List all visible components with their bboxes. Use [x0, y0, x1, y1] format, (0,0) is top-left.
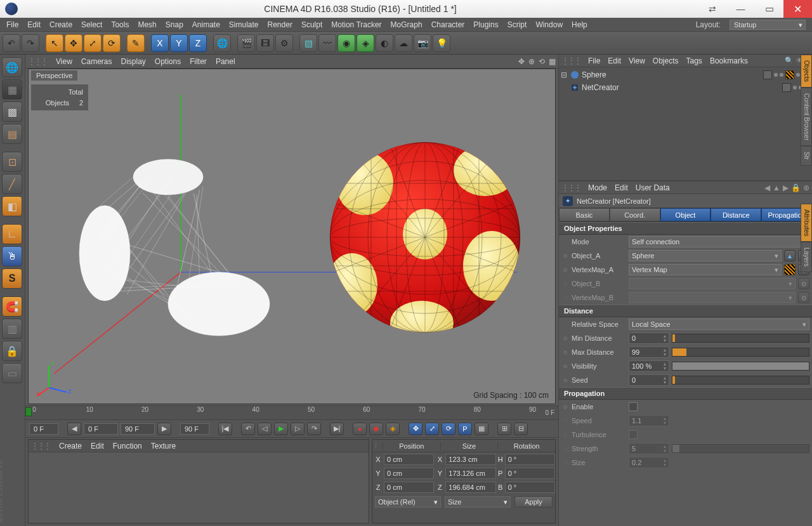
menu-mesh[interactable]: Mesh	[138, 20, 156, 29]
play-button[interactable]: ▶	[274, 423, 288, 435]
menu-render[interactable]: Render	[268, 20, 292, 29]
layout-select[interactable]: Startup	[730, 20, 806, 30]
mat-menu-texture[interactable]: Texture	[151, 442, 176, 450]
visibility-slider[interactable]	[672, 362, 809, 371]
texture-mode[interactable]: ▩	[2, 102, 22, 122]
om-menu-objects[interactable]: Objects	[653, 56, 679, 65]
rotate-tool[interactable]: ⟳	[103, 34, 121, 52]
tab-coord[interactable]: Coord.	[610, 208, 660, 221]
polygons-mode[interactable]: ◧	[2, 196, 22, 216]
menu-sculpt[interactable]: Sculpt	[301, 20, 322, 29]
vis-dot2[interactable]	[780, 73, 783, 77]
tab-object[interactable]: Object	[660, 208, 711, 221]
edge-tab-layers[interactable]: Layers	[801, 242, 812, 272]
points-mode[interactable]: ⊡	[2, 152, 22, 172]
pos-z[interactable]	[384, 482, 434, 493]
search-icon[interactable]: 🔍	[785, 56, 794, 65]
edge-tab-attributes[interactable]: Attributes	[801, 204, 812, 242]
size-x[interactable]	[445, 454, 495, 465]
grip-icon[interactable]: ⋮⋮⋮	[28, 57, 47, 66]
maxdist-slider[interactable]	[672, 348, 809, 357]
menu-edit[interactable]: Edit	[27, 20, 41, 29]
rot-h[interactable]	[505, 454, 555, 465]
grip-icon[interactable]: ⋮⋮	[372, 442, 383, 450]
axis-x-toggle[interactable]: X	[151, 34, 169, 52]
menu-motiontracker[interactable]: Motion Tracker	[331, 20, 381, 29]
vis-dot3[interactable]	[796, 73, 800, 77]
am-menu-userdata[interactable]: User Data	[636, 183, 670, 192]
autokey-button[interactable]: ◉	[369, 423, 383, 435]
mat-menu-edit[interactable]: Edit	[91, 442, 104, 450]
edges-mode[interactable]: ╱	[2, 174, 22, 194]
workplane-tool[interactable]: ▥	[2, 319, 22, 339]
lock-workplane[interactable]: 🔒	[2, 341, 22, 361]
next-key[interactable]: ↷	[307, 423, 321, 435]
vertexmap-a-field[interactable]: Vertex Map	[629, 264, 782, 275]
vertexmap-tag[interactable]	[785, 70, 794, 79]
coord-mode-select[interactable]: Object (Rel)	[375, 496, 441, 508]
planar-workplane[interactable]: ▭	[2, 363, 22, 383]
menu-script[interactable]: Script	[508, 20, 527, 29]
menu-tools[interactable]: Tools	[111, 20, 129, 29]
undo-button[interactable]: ↶	[3, 34, 20, 52]
prev-frame[interactable]: ◁	[258, 423, 272, 435]
timeline-ruler[interactable]: 0 10 20 30 40 50 60 70 80 90	[34, 406, 538, 419]
om-menu-view[interactable]: View	[629, 56, 645, 65]
scale-tool[interactable]: ⤢	[84, 34, 102, 52]
menu-plugins[interactable]: Plugins	[473, 20, 498, 29]
timeline-marker[interactable]	[25, 407, 32, 416]
relspace-select[interactable]: Local Space	[629, 319, 809, 330]
recent-tool[interactable]: ✎	[127, 34, 145, 52]
key-param[interactable]: P	[458, 423, 472, 435]
range-from[interactable]: 0 F	[84, 423, 118, 435]
grip-icon[interactable]: ⋮⋮⋮	[31, 442, 50, 450]
seed-slider[interactable]	[672, 376, 809, 385]
record-button[interactable]: ●	[353, 423, 367, 435]
coord-system[interactable]: 🌐	[213, 34, 231, 52]
menu-file[interactable]: File	[6, 20, 18, 29]
nav-up-icon[interactable]: ▲	[773, 183, 780, 192]
object-row-netcreator[interactable]: NetCreator ✓	[560, 81, 811, 94]
tab-basic[interactable]: Basic	[559, 208, 610, 221]
viewport[interactable]: Perspective Total Objects 2	[28, 69, 556, 404]
size-y[interactable]	[445, 468, 495, 479]
key-pos[interactable]: ✥	[409, 423, 422, 435]
render-view[interactable]: 🎬	[237, 34, 255, 52]
add-primitive[interactable]: ▧	[299, 34, 317, 52]
goto-start[interactable]: |◀	[218, 423, 232, 435]
move-tool[interactable]: ✥	[65, 34, 82, 52]
om-menu-edit[interactable]: Edit	[608, 56, 621, 65]
visibility-field[interactable]: 100 %▴▾	[629, 360, 669, 372]
grip-icon[interactable]: ⋮⋮⋮	[561, 56, 580, 65]
make-editable[interactable]: 🌐	[2, 57, 22, 77]
menu-help[interactable]: Help	[572, 20, 587, 29]
key-rot[interactable]: ⟳	[442, 423, 455, 435]
mindist-field[interactable]: 0▴▾	[629, 332, 669, 344]
coord-apply-button[interactable]: Apply	[514, 496, 553, 508]
render-settings[interactable]: ⚙	[275, 34, 293, 52]
lock-icon[interactable]: 🔒	[791, 183, 801, 192]
vp-orbit-icon[interactable]: ⟲	[539, 57, 545, 66]
frame-current[interactable]: 0 F	[29, 423, 58, 435]
vp-layout-icon[interactable]: ▦	[549, 57, 556, 66]
am-menu-mode[interactable]: Mode	[588, 183, 607, 192]
add-spline[interactable]: 〰	[318, 34, 336, 52]
add-generator[interactable]: ◉	[337, 34, 355, 52]
seed-field[interactable]: 0▴▾	[629, 374, 669, 386]
anim-mode1[interactable]: ⊞	[497, 423, 511, 435]
mat-menu-function[interactable]: Function	[113, 442, 142, 450]
workplane-mode[interactable]: ▤	[2, 124, 22, 144]
next-frame[interactable]: ▷	[291, 423, 304, 435]
rot-p[interactable]	[505, 468, 555, 479]
layer-tag[interactable]	[782, 83, 791, 92]
menu-character[interactable]: Character	[431, 20, 465, 29]
vp-menu-options[interactable]: Options	[155, 57, 181, 66]
axis-y-toggle[interactable]: Y	[170, 34, 188, 52]
mat-menu-create[interactable]: Create	[59, 442, 82, 450]
pos-y[interactable]	[384, 468, 434, 479]
vp-pan-icon[interactable]: ✥	[518, 57, 525, 66]
nav-back-icon[interactable]: ◀	[764, 183, 770, 192]
menu-create[interactable]: Create	[49, 20, 72, 29]
add-deformer[interactable]: ◐	[376, 34, 393, 52]
menu-snap[interactable]: Snap	[166, 20, 183, 29]
